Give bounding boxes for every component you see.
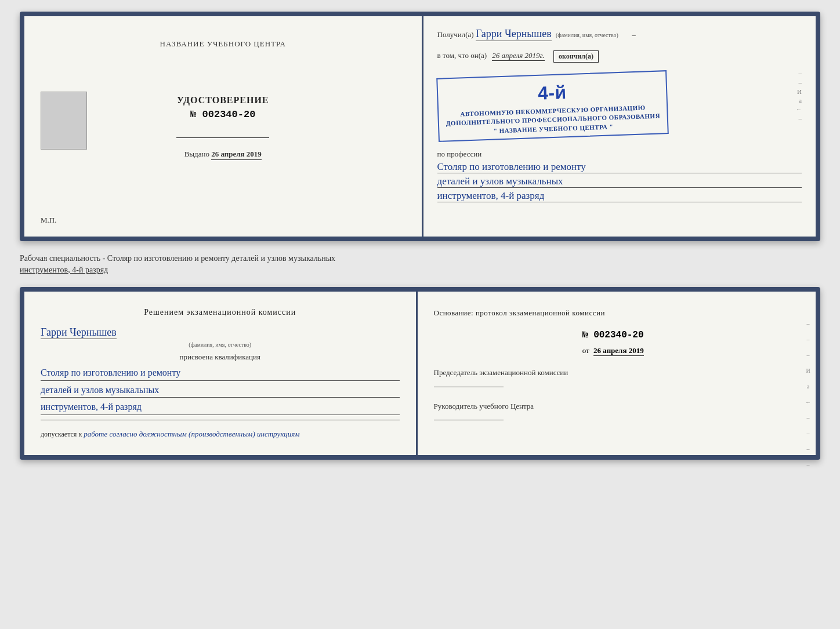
bottom-name: Гарри Чернышев [41,326,117,339]
vtom-date: 26 апреля 2019г. [492,51,544,61]
bottom-left-page: Решением экзаменационной комиссии Гарри … [24,292,418,455]
cert-number-value: 002340-20 [202,109,256,120]
director-signature-line [434,420,504,420]
allowed-value: работе согласно должностным (производств… [84,430,299,438]
stamp-block: 4-й АВТОНОМНУЮ НЕКОММЕРЧЕСКУЮ ОРГАНИЗАЦИ… [436,70,669,142]
cert-title: УДОСТОВЕРЕНИЕ [176,95,269,106]
mp-label: М.П. [41,216,56,225]
basis-number-prefix: № [582,330,588,340]
vtom-okoncil: окончил(а) [553,50,599,63]
profession-line2: деталей и узлов музыкальных [437,176,802,188]
chairman-block: Председатель экзаменационной комиссии [434,368,793,387]
top-right-page: Получил(а) Гарри Чернышев (фамилия, имя,… [423,16,816,237]
allowed-label: допускается к работе согласно должностны… [41,430,400,439]
qualification-line2: деталей и узлов музыкальных [41,383,400,398]
right-edge-top: – – И а ← – [796,70,802,122]
basis-date-prefix: от [582,346,589,355]
photo-placeholder [41,92,87,150]
chairman-label: Председатель экзаменационной комиссии [434,368,793,378]
cert-main-block: УДОСТОВЕРЕНИЕ № 002340-20 Выдано 26 апре… [176,95,269,162]
vtom-line: в том, что он(а) 26 апреля 2019г. окончи… [437,50,802,63]
allowed-prefix: допускается к [41,430,82,438]
decision-title: Решением экзаменационной комиссии [41,308,400,317]
profession-line3: инструментов, 4-й разряд [437,190,802,202]
recipient-subline: (фамилия, имя, отчество) [556,32,618,38]
director-block: Руководитель учебного Центра [434,401,793,420]
qualification-line3: инструментов, 4-й разряд [41,399,400,415]
cert-issued-date: 26 апреля 2019 [211,150,262,160]
caption-text2: инструментов, 4-й разряд [20,266,108,274]
cert-number: № 002340-20 [176,109,269,120]
qualification-line1: Столяр по изготовлению и ремонту [41,365,400,381]
basis-date: от 26 апреля 2019 [582,346,644,355]
caption-text1: Рабочая специальность - Столяр по изгото… [20,254,335,263]
basis-date-value: 26 апреля 2019 [593,346,644,356]
recipient-prefix: Получил(а) [437,30,474,39]
cert-number-prefix: № [190,109,196,120]
cert-issued-line: Выдано 26 апреля 2019 [176,150,269,160]
vtom-prefix: в том, что он(а) [437,51,487,60]
basis-title: Основание: протокол экзаменационной коми… [434,308,793,318]
cert-issued-label: Выдано [184,150,209,158]
basis-number: № 002340-20 [434,330,793,340]
chairman-signature-line [434,387,504,387]
profession-prefix: по профессии [437,150,802,159]
assigned-label: присвоена квалификация [41,352,400,362]
top-left-page: НАЗВАНИЕ УЧЕБНОГО ЦЕНТРА УДОСТОВЕРЕНИЕ №… [24,16,423,237]
bottom-name-subline: (фамилия, имя, отчество) [41,341,400,348]
bottom-name-line: Гарри Чернышев [41,326,400,339]
recipient-line: Получил(а) Гарри Чернышев (фамилия, имя,… [437,28,802,41]
caption-block: Рабочая специальность - Столяр по изгото… [20,250,820,278]
director-label: Руководитель учебного Центра [434,401,793,412]
top-left-title: НАЗВАНИЕ УЧЕБНОГО ЦЕНТРА [160,39,286,49]
basis-number-value: 002340-20 [593,330,643,340]
profession-line1: Столяр по изготовлению и ремонту [437,161,802,173]
recipient-name: Гарри Чернышев [476,28,552,41]
right-edge-marks: – – – И а ← – – – – [805,321,811,468]
top-document-spread: НАЗВАНИЕ УЧЕБНОГО ЦЕНТРА УДОСТОВЕРЕНИЕ №… [20,12,820,241]
bottom-document-spread: Решением экзаменационной комиссии Гарри … [20,287,820,460]
bottom-right-page: Основание: протокол экзаменационной коми… [418,292,816,455]
